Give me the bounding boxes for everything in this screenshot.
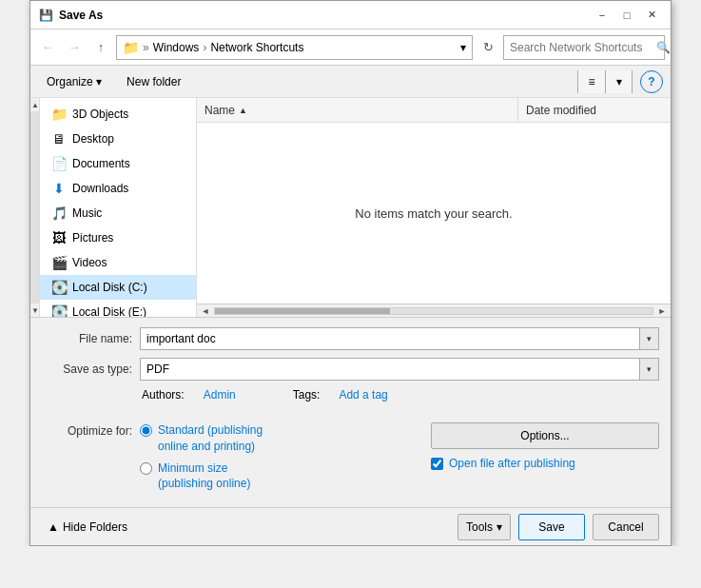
scroll-left-arrow[interactable]: ◄ [199, 304, 212, 318]
back-button[interactable]: ← [36, 36, 59, 59]
sidebar-item-3d-objects[interactable]: 📁 3D Objects [40, 102, 196, 127]
new-folder-button[interactable]: New folder [118, 71, 189, 92]
sidebar-item-label: Downloads [72, 182, 128, 195]
radio-standard: Standard (publishingonline and printing) [140, 422, 263, 455]
sidebar-item-desktop[interactable]: 🖥 Desktop [40, 127, 196, 151]
documents-icon: 📄 [51, 156, 67, 171]
file-name-label: File name: [42, 332, 132, 345]
save-as-type-row: Save as type: ▾ [42, 358, 659, 381]
up-button[interactable]: ↑ [89, 36, 112, 59]
local-disk-c-icon: 💽 [51, 280, 67, 295]
bottom-bar: ▲ Hide Folders Tools ▾ Save Cancel [30, 507, 671, 545]
authors-value[interactable]: Admin [204, 388, 236, 402]
search-icon: 🔍 [656, 41, 671, 54]
horizontal-scrollbar[interactable]: ◄ ► [197, 304, 671, 317]
tools-label: Tools [466, 520, 493, 534]
authors-label: Authors: [142, 388, 185, 402]
sidebar-item-music[interactable]: 🎵 Music [40, 201, 196, 225]
sidebar-item-label: 3D Objects [72, 108, 128, 121]
toolbar: Organize ▾ New folder ≡ ▾ ? [30, 66, 671, 98]
path-dropdown-icon[interactable]: ▾ [460, 41, 466, 54]
sidebar-item-local-disk-e[interactable]: 💽 Local Disk (E:) [40, 300, 196, 317]
meta-row: Authors: Admin Tags: Add a tag [42, 388, 659, 402]
scroll-right-arrow[interactable]: ► [655, 304, 669, 318]
help-button[interactable]: ? [640, 70, 663, 93]
tools-button[interactable]: Tools ▾ [458, 514, 511, 540]
hide-folders-button[interactable]: ▲ Hide Folders [42, 518, 133, 537]
address-path-bar[interactable]: 📁 » Windows › Network Shortcuts ▾ [116, 35, 473, 60]
open-after-label: Open file after publishing [449, 457, 575, 470]
name-sort-icon: ▲ [239, 106, 247, 115]
save-button[interactable]: Save [518, 514, 585, 540]
view-dropdown-button[interactable]: ▾ [605, 70, 632, 93]
search-input[interactable] [510, 41, 652, 54]
scroll-up-arrow[interactable]: ▲ [30, 98, 40, 111]
path-part-windows: Windows [153, 41, 200, 54]
search-box[interactable]: 🔍 [503, 35, 665, 60]
save-as-type-input[interactable] [141, 359, 639, 380]
date-modified-column-header[interactable]: Date modified [518, 98, 671, 122]
sidebar: 📁 3D Objects 🖥 Desktop 📄 Documents ⬇ Dow… [40, 98, 197, 317]
optimize-label: Optimize for: [42, 422, 132, 438]
close-button[interactable]: ✕ [640, 6, 663, 25]
organize-dropdown-icon: ▾ [96, 75, 102, 88]
radio-standard-input[interactable] [140, 424, 152, 437]
file-name-dropdown-button[interactable]: ▾ [639, 328, 658, 349]
address-bar: ← → ↑ 📁 » Windows › Network Shortcuts ▾ … [30, 29, 671, 66]
3d-objects-icon: 📁 [51, 107, 67, 122]
refresh-button[interactable]: ↻ [477, 36, 499, 59]
file-area: Name ▲ Date modified No items match your… [197, 98, 671, 317]
cancel-button[interactable]: Cancel [593, 514, 659, 540]
save-as-type-dropdown-button[interactable]: ▾ [639, 359, 658, 380]
scroll-thumb [215, 308, 390, 314]
sidebar-item-label: Local Disk (C:) [72, 281, 147, 294]
options-row: Optimize for: Standard (publishingonline… [42, 422, 659, 498]
sidebar-item-label: Pictures [72, 231, 113, 245]
hide-folders-icon: ▲ [48, 520, 59, 534]
view-button[interactable]: ≡ [578, 70, 605, 93]
radio-standard-label: Standard (publishingonline and printing) [158, 422, 263, 455]
file-name-input[interactable] [141, 328, 639, 349]
downloads-icon: ⬇ [51, 181, 67, 196]
dialog-icon: 💾 [38, 8, 53, 23]
sidebar-item-label: Local Disk (E:) [72, 305, 146, 317]
name-col-label: Name [204, 104, 235, 117]
scroll-track[interactable] [214, 307, 653, 315]
window-controls: − □ ✕ [591, 6, 663, 25]
local-disk-e-icon: 💽 [51, 304, 67, 317]
music-icon: 🎵 [51, 206, 67, 221]
file-empty-message: No items match your search. [197, 123, 671, 304]
save-as-type-combo[interactable]: ▾ [140, 358, 659, 381]
path-part-network-shortcuts: Network Shortcuts [210, 41, 303, 54]
sidebar-item-pictures[interactable]: 🖼 Pictures [40, 225, 196, 250]
forward-button[interactable]: → [63, 36, 86, 59]
sidebar-item-local-disk-c[interactable]: 💽 Local Disk (C:) [40, 275, 196, 300]
path-folder-icon: 📁 [123, 40, 139, 55]
add-tag-link[interactable]: Add a tag [339, 388, 387, 402]
main-content: ▲ ▼ 📁 3D Objects 🖥 Desktop 📄 Documents ⬇… [30, 98, 671, 317]
sidebar-item-videos[interactable]: 🎬 Videos [40, 250, 196, 275]
date-col-label: Date modified [526, 104, 596, 117]
name-column-header[interactable]: Name ▲ [197, 98, 518, 122]
sidebar-item-documents[interactable]: 📄 Documents [40, 151, 196, 176]
view-control[interactable]: ≡ ▾ [577, 70, 633, 93]
form-area: File name: ▾ Save as type: ▾ Authors: Ad… [30, 317, 671, 419]
maximize-button[interactable]: □ [615, 6, 638, 25]
desktop-icon: 🖥 [51, 131, 67, 147]
open-after-checkbox[interactable] [431, 458, 443, 470]
radio-minimum-input[interactable] [140, 462, 152, 475]
options-right: Options... Open file after publishing [431, 422, 659, 470]
open-after-row: Open file after publishing [431, 457, 659, 470]
dialog-title: Save As [59, 9, 585, 22]
pictures-icon: 🖼 [51, 230, 67, 245]
options-area: Optimize for: Standard (publishingonline… [30, 419, 671, 507]
options-button[interactable]: Options... [431, 422, 659, 449]
file-list-header: Name ▲ Date modified [197, 98, 671, 123]
file-name-combo[interactable]: ▾ [140, 327, 659, 350]
save-as-dialog: 💾 Save As − □ ✕ ← → ↑ 📁 » Windows › Netw… [29, 0, 672, 546]
sidebar-item-downloads[interactable]: ⬇ Downloads [40, 176, 196, 201]
minimize-button[interactable]: − [591, 6, 613, 25]
tags-label: Tags: [293, 388, 321, 402]
scroll-down-arrow[interactable]: ▼ [30, 304, 40, 317]
organize-button[interactable]: Organize ▾ [38, 71, 110, 92]
